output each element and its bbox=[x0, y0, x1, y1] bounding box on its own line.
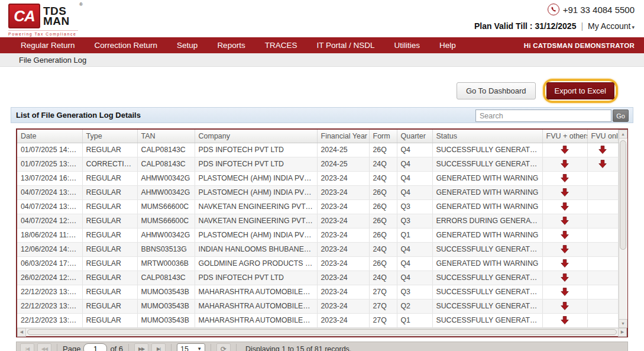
refresh-icon[interactable]: ⟳ bbox=[216, 343, 231, 351]
cell-tan: MRTW00036B bbox=[137, 256, 195, 271]
nav-reports[interactable]: Reports bbox=[217, 41, 245, 50]
support-phone-number: +91 33 4084 5500 bbox=[563, 5, 635, 15]
cell-quarter: Q1 bbox=[397, 228, 432, 242]
cell-date: 06/03/2024 17:10:02 bbox=[17, 256, 82, 271]
table-row[interactable]: 18/06/2024 11:49:15 REGULAR AHMW00342G P… bbox=[17, 228, 618, 242]
download-fvu-others-icon[interactable] bbox=[560, 159, 569, 169]
col-status[interactable]: Status bbox=[432, 130, 542, 143]
export-to-excel-button[interactable]: Export to Excel bbox=[546, 82, 614, 99]
col-type[interactable]: Type bbox=[82, 130, 137, 143]
table-row[interactable]: 22/12/2023 13:31:57 REGULAR MUMO03543B M… bbox=[17, 285, 618, 299]
page-size-select[interactable]: 15 ▼ bbox=[177, 343, 205, 351]
cell-date: 13/07/2024 16:09:55 bbox=[17, 171, 82, 185]
cell-type: REGULAR bbox=[82, 256, 137, 271]
download-fvu-others-icon[interactable] bbox=[560, 145, 569, 154]
col-form[interactable]: Form bbox=[369, 130, 397, 143]
table-row[interactable]: 12/06/2024 14:47:14 REGULAR BBNS03513G I… bbox=[17, 242, 618, 256]
download-fvu-others-icon[interactable] bbox=[560, 202, 569, 211]
nav-utilities[interactable]: Utilities bbox=[394, 41, 420, 50]
horizontal-scroll-thumb[interactable] bbox=[27, 329, 617, 335]
scroll-up-icon[interactable]: ▲ bbox=[619, 130, 627, 139]
table-header-row: Date Type TAN Company Financial Year For… bbox=[17, 130, 618, 143]
download-fvu-others-icon[interactable] bbox=[560, 315, 569, 325]
col-company[interactable]: Company bbox=[195, 130, 317, 143]
nav-correction-return[interactable]: Correction Return bbox=[95, 41, 158, 50]
tdsman-logo: CA TDS MAN ® Powering Tax Compliance bbox=[8, 4, 78, 36]
download-fvu-only-icon[interactable] bbox=[598, 145, 607, 154]
download-fvu-only-icon[interactable] bbox=[598, 159, 607, 169]
cell-tan: MUMO03543B bbox=[137, 313, 195, 327]
download-fvu-others-icon[interactable] bbox=[560, 216, 569, 226]
plan-valid-date: 31/12/2025 bbox=[535, 21, 576, 31]
cell-tan: BBNS03513G bbox=[137, 242, 195, 256]
cell-financial-year: 2023-24 bbox=[317, 299, 369, 313]
table-row[interactable]: 13/07/2024 16:09:55 REGULAR AHMW00342G P… bbox=[17, 171, 618, 185]
nav-traces[interactable]: TRACES bbox=[265, 41, 297, 50]
col-fvu-others[interactable]: FVU + others bbox=[542, 130, 587, 143]
pager-first-icon[interactable]: |◀ bbox=[20, 343, 34, 351]
my-account-menu[interactable]: My Account▾ bbox=[588, 21, 635, 31]
table-row[interactable]: 22/12/2023 13:30:40 REGULAR MUMO03543B M… bbox=[17, 313, 618, 327]
cell-date: 04/07/2024 12:58:33 bbox=[17, 214, 82, 228]
cell-company: PDS INFOTECH PVT LTD bbox=[195, 271, 317, 285]
table-row[interactable]: 01/07/2025 13:50:31 CORRECTION CALP08143… bbox=[17, 157, 618, 171]
pager-next-icon[interactable]: ▶▶ bbox=[134, 343, 148, 351]
nav-it-portal-nsdl[interactable]: IT Portal / NSDL bbox=[316, 41, 374, 50]
download-fvu-others-icon[interactable] bbox=[560, 301, 569, 311]
col-tan[interactable]: TAN bbox=[137, 130, 195, 143]
cell-company: PLASTOMECH (AHM) INDIA PVT LTD bbox=[195, 185, 317, 199]
nav-setup[interactable]: Setup bbox=[177, 41, 198, 50]
table-row[interactable]: 26/02/2024 12:11:01 REGULAR CALP08143C P… bbox=[17, 271, 618, 285]
cell-financial-year: 2023-24 bbox=[317, 285, 369, 299]
cell-quarter: Q4 bbox=[397, 143, 432, 157]
nav-help[interactable]: Help bbox=[439, 41, 456, 50]
pager-prev-icon[interactable]: ◀◀ bbox=[37, 343, 51, 351]
cell-quarter: Q4 bbox=[397, 256, 432, 271]
table-row[interactable]: 04/07/2024 12:58:33 REGULAR MUMS66600C N… bbox=[17, 214, 618, 228]
search-go-button[interactable]: Go bbox=[613, 110, 629, 122]
table-vertical-scrollbar[interactable]: ▲ ▼ bbox=[619, 130, 627, 328]
main-nav: Regular Return Correction Return Setup R… bbox=[0, 37, 644, 53]
pager-last-icon[interactable]: ▶| bbox=[151, 343, 166, 351]
table-horizontal-scrollbar[interactable]: ◀ ▶ bbox=[17, 328, 627, 336]
col-quarter[interactable]: Quarter bbox=[397, 130, 432, 143]
search-input[interactable] bbox=[475, 110, 611, 122]
scroll-right-icon[interactable]: ▶ bbox=[618, 328, 627, 337]
go-to-dashboard-button[interactable]: Go To Dashboard bbox=[457, 82, 536, 99]
page-of-label: of 6 bbox=[110, 344, 123, 351]
download-fvu-others-icon[interactable] bbox=[560, 273, 569, 282]
scroll-left-icon[interactable]: ◀ bbox=[17, 328, 26, 337]
col-date[interactable]: Date bbox=[17, 130, 82, 143]
col-fvu-only[interactable]: FVU only bbox=[587, 130, 618, 143]
download-fvu-others-icon[interactable] bbox=[560, 244, 569, 254]
cell-form: 27Q bbox=[369, 285, 397, 299]
cell-form: 26Q bbox=[369, 199, 397, 214]
vertical-scroll-thumb[interactable] bbox=[620, 140, 626, 250]
download-fvu-others-icon[interactable] bbox=[560, 188, 569, 197]
cell-date: 22/12/2023 13:31:57 bbox=[17, 285, 82, 299]
table-row[interactable]: 04/07/2024 13:10:44 REGULAR AHMW00342G P… bbox=[17, 185, 618, 199]
cell-status: ERRORS DURING GENERATION bbox=[432, 214, 542, 228]
ca-logo-mark: CA bbox=[8, 4, 40, 28]
download-fvu-others-icon[interactable] bbox=[560, 259, 569, 268]
download-fvu-others-icon[interactable] bbox=[560, 230, 569, 240]
scroll-down-icon[interactable]: ▼ bbox=[619, 319, 627, 328]
phone-icon bbox=[548, 4, 559, 15]
chevron-down-icon: ▼ bbox=[197, 346, 202, 351]
table-row[interactable]: 01/07/2025 14:11:48 REGULAR CALP08143C P… bbox=[17, 143, 618, 157]
cell-form: 24Q bbox=[369, 242, 397, 256]
page-number-input[interactable] bbox=[83, 343, 107, 351]
download-fvu-others-icon[interactable] bbox=[560, 173, 569, 183]
breadcrumb: File Generation Log bbox=[0, 53, 644, 67]
table-row[interactable]: 22/12/2023 13:31:13 REGULAR MUMO03543B M… bbox=[17, 299, 618, 313]
cell-company: MAHARASHTRA AUTOMOBILES PRI... bbox=[195, 299, 317, 313]
download-fvu-others-icon[interactable] bbox=[560, 287, 569, 297]
cell-quarter: Q3 bbox=[397, 199, 432, 214]
cell-financial-year: 2023-24 bbox=[317, 199, 369, 214]
cell-tan: AHMW00342G bbox=[137, 185, 195, 199]
nav-regular-return[interactable]: Regular Return bbox=[21, 41, 75, 50]
table-row[interactable]: 06/03/2024 17:10:02 REGULAR MRTW00036B G… bbox=[17, 256, 618, 271]
col-financial-year[interactable]: Financial Year bbox=[317, 130, 369, 143]
cell-status: SUCCESSFULLY GENERATED bbox=[432, 271, 542, 285]
table-row[interactable]: 04/07/2024 13:02:11 REGULAR MUMS66600C N… bbox=[17, 199, 618, 214]
